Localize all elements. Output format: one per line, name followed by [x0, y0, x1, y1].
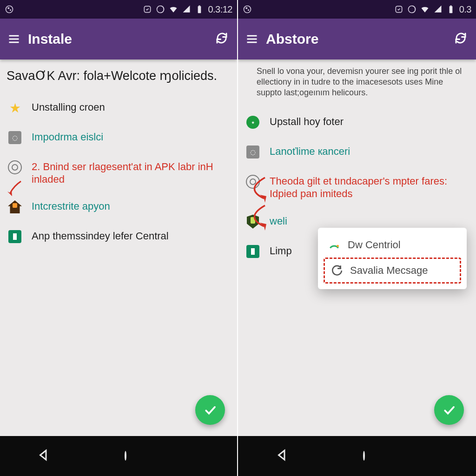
- list-item-label: Impodrma eislci: [32, 129, 103, 143]
- svg-point-13: [248, 9, 249, 11]
- status-globe-icon: [5, 5, 14, 14]
- svg-point-2: [10, 9, 11, 11]
- green-square-icon: [7, 228, 23, 245]
- nav-bar: [0, 436, 237, 476]
- status-time: 0.3:12: [208, 4, 232, 15]
- app-bar: Abstore: [238, 19, 476, 60]
- menu-item-centriol[interactable]: Dw Centriol: [326, 234, 458, 256]
- list-item[interactable]: ◌ Lanoťlime кanceri: [244, 140, 469, 164]
- home-icon: [7, 198, 23, 215]
- list-item-label: Unstalling croen: [32, 99, 105, 113]
- signal-icon: [182, 5, 191, 14]
- content-area: SavaƠK Avr: fola+Welcote ɱolicieds. ★ Un…: [0, 60, 237, 264]
- battery-icon: [446, 5, 456, 14]
- svg-rect-16: [449, 6, 452, 13]
- list-item-label: Lanoťlime кanceri: [270, 144, 350, 158]
- wifi-icon: [420, 5, 430, 14]
- svg-marker-22: [278, 450, 284, 460]
- annotation-text: Theoda gilt et tındacaper's mpter fares:…: [270, 173, 468, 200]
- list-item[interactable]: ★ Unstalling croen: [6, 96, 230, 120]
- svg-point-11: [244, 6, 251, 13]
- refresh-button[interactable]: [454, 31, 468, 47]
- confirm-fab[interactable]: [434, 395, 464, 425]
- intro-text: SavaƠK Avr: fola+Welcote ɱolicieds.: [6, 69, 230, 83]
- wifi-icon: [169, 5, 178, 14]
- highlighted-option: Savalia Mecsage: [324, 258, 461, 284]
- grey-box-icon: ◌: [7, 129, 23, 146]
- status-time: 0.3: [459, 4, 471, 15]
- list-item[interactable]: Theoda gilt et tındacaper's mpter fares:…: [244, 170, 469, 204]
- svg-rect-17: [450, 6, 451, 7]
- list-item-label: Limp: [270, 243, 292, 257]
- refresh-button[interactable]: [215, 31, 229, 47]
- app-title: Instale: [28, 31, 215, 47]
- nav-back-button[interactable]: [37, 448, 51, 464]
- list-item-label: Anp themssindey lefer Central: [32, 228, 169, 242]
- left-phone: 0.3:12 Instale SavaƠK Avr: fola+Welcote …: [0, 0, 238, 476]
- svg-rect-6: [199, 6, 200, 7]
- list-item[interactable]: ◌ Impodrma eislci: [6, 126, 230, 150]
- list-item-label: weli: [270, 213, 287, 227]
- annotation-text: 2. Bnind ser rlagesent'at in APK labr in…: [32, 159, 229, 185]
- intro-text: Snell lo vona your, devemisn yourer see …: [257, 66, 467, 98]
- list-item[interactable]: 2. Bnind ser rlagesent'at in APK labr in…: [6, 155, 230, 189]
- app-title: Abstore: [266, 31, 454, 47]
- annotation-arrow-icon: [242, 173, 270, 233]
- status-shield-icon: [394, 5, 403, 14]
- signal-icon: [433, 5, 443, 14]
- app-bar: Instale: [0, 19, 237, 60]
- nav-home-button[interactable]: [125, 452, 126, 460]
- star-icon: ★: [7, 99, 23, 116]
- status-bar: 0.3:12: [0, 0, 237, 19]
- svg-point-12: [245, 7, 247, 9]
- status-bar: 0.3: [238, 0, 476, 19]
- green-round-icon: ⭑: [245, 114, 261, 131]
- arc-icon: [328, 239, 340, 251]
- green-square-icon: [245, 243, 261, 260]
- list-item-label: Intcrestrite apyon: [32, 198, 110, 212]
- annotation-arrow-icon: [5, 179, 23, 198]
- menu-item-savalia[interactable]: Savalia Mecsage: [329, 260, 456, 281]
- svg-point-21: [337, 245, 339, 247]
- menu-item-label: Dw Centriol: [348, 239, 401, 251]
- menu-button[interactable]: [0, 33, 28, 46]
- svg-point-1: [7, 7, 9, 9]
- status-swirl-icon: [407, 5, 416, 14]
- status-globe-icon: [243, 5, 252, 14]
- person-outline-icon: [7, 159, 23, 176]
- list-item[interactable]: Intcrestrite apyon: [6, 195, 230, 219]
- svg-rect-5: [198, 6, 201, 13]
- list-item[interactable]: Anp themssindey lefer Central: [6, 225, 230, 249]
- battery-icon: [195, 5, 204, 14]
- grey-box-icon: ◌: [245, 144, 261, 160]
- nav-back-button[interactable]: [275, 448, 289, 464]
- context-menu: Dw Centriol Savalia Mecsage: [318, 228, 467, 289]
- status-swirl-icon: [156, 5, 165, 14]
- list-item-label: Upstall hoy foter: [270, 114, 344, 128]
- svg-marker-10: [40, 450, 46, 460]
- svg-point-0: [6, 6, 13, 13]
- right-phone: 0.3 Abstore Snell lo vona your, devemisn…: [238, 0, 476, 476]
- status-shield-icon: [143, 5, 152, 14]
- menu-button[interactable]: [238, 33, 266, 46]
- refresh-small-icon: [331, 264, 343, 277]
- nav-home-button[interactable]: [363, 452, 365, 460]
- menu-item-label: Savalia Mecsage: [350, 264, 428, 277]
- list-item[interactable]: ⭑ Upstall hoy foter: [244, 110, 469, 134]
- nav-bar: [238, 436, 476, 476]
- confirm-fab[interactable]: [195, 395, 225, 425]
